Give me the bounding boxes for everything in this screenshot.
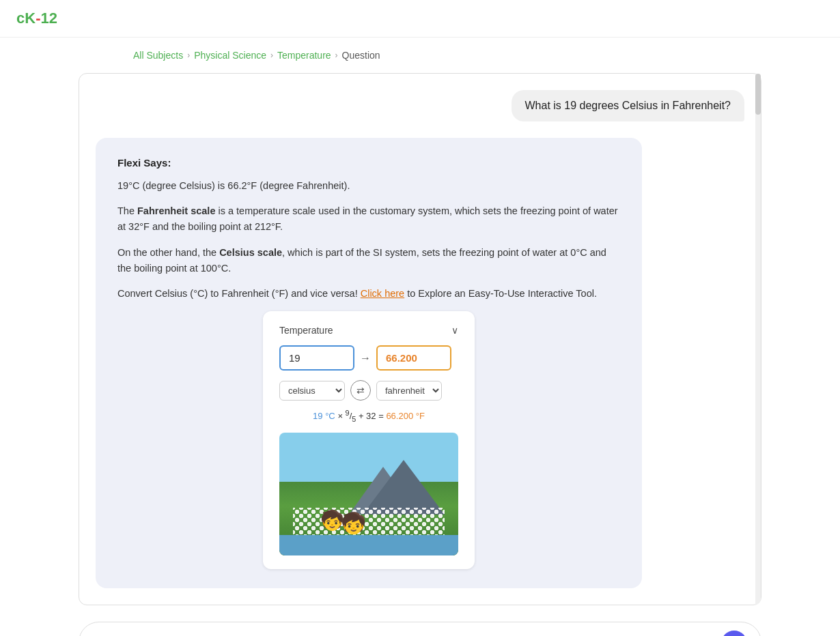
widget-inputs: → <box>279 345 458 371</box>
logo[interactable]: cK-12 <box>16 10 57 27</box>
flexi-paragraph2: On the other hand, the Celsius scale, wh… <box>117 245 620 276</box>
formula-orange: 66.200 °F <box>386 411 425 421</box>
illustration: 🧒 🧒 <box>279 433 458 555</box>
mountain-front <box>363 460 445 515</box>
flexi-title: Flexi Says: <box>117 157 620 169</box>
widget-dropdown-label: Temperature <box>279 325 333 336</box>
send-button[interactable] <box>721 631 747 636</box>
logo-twelve: 12 <box>40 10 57 27</box>
water <box>279 535 458 555</box>
swap-button[interactable]: ⇄ <box>350 380 371 401</box>
flexi-convert: Convert Celsius (°C) to Fahrenheit (°F) … <box>117 286 620 302</box>
widget-header: Temperature ∨ <box>279 325 458 336</box>
question-text: What is 19 degrees Celsius in Fahrenheit… <box>512 90 745 121</box>
scrollbar-track[interactable] <box>755 74 761 605</box>
breadcrumb-all-subjects[interactable]: All Subjects <box>133 50 183 61</box>
figure-child2: 🧒 <box>341 511 366 535</box>
chat-container: What is 19 degrees Celsius in Fahrenheit… <box>79 73 761 605</box>
chat-input-area <box>79 622 761 636</box>
unit-from-select[interactable]: celsius fahrenheit kelvin <box>279 381 345 401</box>
p1-prefix: The <box>117 205 137 216</box>
flexi-body: 19°C (degree Celsius) is 66.2°F (degree … <box>117 178 620 569</box>
p2-bold: Celsius scale <box>219 247 282 258</box>
flexi-paragraph1: The Fahrenheit scale is a temperature sc… <box>117 203 620 235</box>
arrow-right-icon: → <box>360 352 371 364</box>
header: cK-12 <box>0 0 840 38</box>
tool-widget: Temperature ∨ → celsius fahrenheit kelvi… <box>263 311 475 569</box>
breadcrumb: All Subjects › Physical Science › Temper… <box>0 38 840 73</box>
formula-middle: × 9/5 + 32 = <box>337 411 386 421</box>
logo-ck: cK <box>16 10 36 27</box>
breadcrumb-physical-science[interactable]: Physical Science <box>194 50 266 61</box>
convert-link[interactable]: Click here <box>361 288 404 299</box>
unit-to-select[interactable]: fahrenheit celsius kelvin <box>376 381 442 401</box>
convert-prefix: Convert Celsius (°C) to Fahrenheit (°F) … <box>117 288 361 299</box>
breadcrumb-sep-2: › <box>270 50 273 60</box>
breadcrumb-sep-1: › <box>187 50 190 60</box>
widget-chevron-down-icon[interactable]: ∨ <box>451 325 458 336</box>
p2-prefix: On the other hand, the <box>117 247 219 258</box>
p1-bold: Fahrenheit scale <box>137 205 215 216</box>
unit-row: celsius fahrenheit kelvin ⇄ fahrenheit c… <box>279 380 458 401</box>
formula-blue: 19 °C <box>313 411 335 421</box>
formula-line: 19 °C × 9/5 + 32 = 66.200 °F <box>279 409 458 423</box>
flexi-card: Flexi Says: 19°C (degree Celsius) is 66.… <box>96 138 642 588</box>
convert-suffix: to Explore an Easy-To-Use Interactive To… <box>404 288 597 299</box>
scrollbar-thumb[interactable] <box>755 74 761 115</box>
flowers <box>293 508 445 535</box>
question-bubble: What is 19 degrees Celsius in Fahrenheit… <box>96 90 744 121</box>
fahrenheit-output[interactable] <box>376 345 451 371</box>
breadcrumb-question: Question <box>342 50 380 61</box>
chat-input-wrapper <box>79 622 761 636</box>
main-content: What is 19 degrees Celsius in Fahrenheit… <box>65 73 775 636</box>
breadcrumb-sep-3: › <box>335 50 338 60</box>
breadcrumb-temperature[interactable]: Temperature <box>277 50 331 61</box>
celsius-input[interactable] <box>279 345 354 371</box>
flexi-answer-line: 19°C (degree Celsius) is 66.2°F (degree … <box>117 178 620 194</box>
